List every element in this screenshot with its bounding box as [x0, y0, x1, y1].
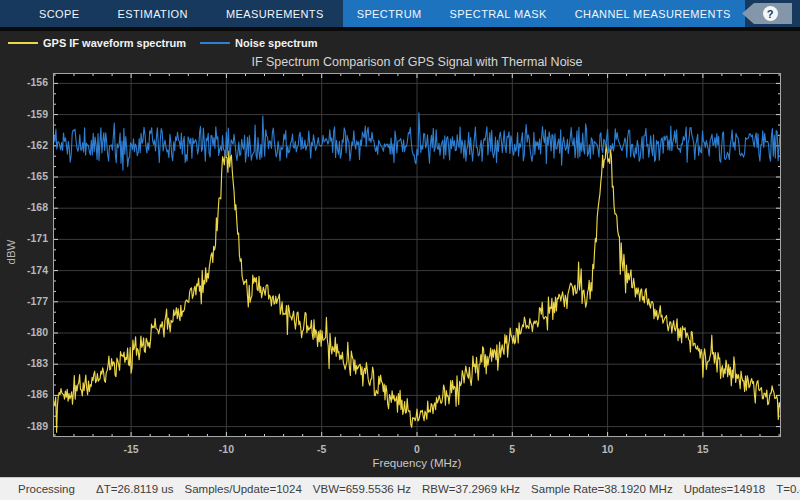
tab-estimation[interactable]: ESTIMATION	[99, 0, 207, 27]
y-tick-label: -156	[0, 76, 48, 88]
x-tick-label: 0	[414, 443, 420, 455]
plot-area[interactable]	[53, 73, 781, 437]
tab-spectrum[interactable]: SPECTRUM	[343, 0, 436, 27]
status-item: VBW=659.5536 Hz	[313, 483, 411, 495]
help-button[interactable]: ?	[742, 3, 792, 24]
x-tick-label: 10	[602, 443, 614, 455]
toolbar-contextual-tabs: SPECTRUMSPECTRAL MASKCHANNEL MEASUREMENT…	[343, 0, 745, 27]
legend-line-swatch	[200, 42, 230, 44]
x-tick-label: -10	[219, 443, 234, 455]
x-tick-label: 15	[697, 443, 709, 455]
y-tick-label: -159	[0, 108, 48, 120]
toolbar-main-tabs: SCOPEESTIMATIONMEASUREMENTS	[0, 0, 343, 27]
legend-item[interactable]: GPS IF waveform spectrum	[8, 37, 186, 49]
tab-scope[interactable]: SCOPE	[20, 0, 99, 27]
y-tick-label: -186	[0, 388, 48, 400]
x-tick-label: -5	[317, 443, 326, 455]
legend-label: GPS IF waveform spectrum	[43, 37, 186, 49]
help-icon: ?	[763, 6, 778, 21]
tab-spectral-mask[interactable]: SPECTRAL MASK	[436, 0, 561, 27]
status-items: ΔT=26.8119 usSamples/Update=1024VBW=659.…	[96, 483, 800, 495]
legend-item[interactable]: Noise spectrum	[200, 37, 318, 49]
status-state: Processing	[18, 483, 96, 495]
status-item: Samples/Update=1024	[184, 483, 301, 495]
tab-measurements[interactable]: MEASUREMENTS	[207, 0, 343, 27]
y-tick-label: -168	[0, 201, 48, 213]
legend-line-swatch	[8, 42, 38, 44]
status-bar: Processing ΔT=26.8119 usSamples/Update=1…	[0, 477, 800, 500]
toolbar: SCOPEESTIMATIONMEASUREMENTS SPECTRUMSPEC…	[0, 0, 800, 27]
chart-title: IF Spectrum Comparison of GPS Signal wit…	[53, 55, 781, 69]
x-tick-label: 5	[509, 443, 515, 455]
y-tick-label: -174	[0, 264, 48, 276]
y-tick-label: -165	[0, 170, 48, 182]
status-item: Sample Rate=38.1920 MHz	[531, 483, 673, 495]
legend: GPS IF waveform spectrumNoise spectrum	[8, 34, 318, 52]
scope-figure: GPS IF waveform spectrumNoise spectrum I…	[0, 31, 800, 477]
legend-label: Noise spectrum	[235, 37, 318, 49]
status-item: ΔT=26.8119 us	[96, 483, 173, 495]
status-item: Updates=14918	[684, 483, 766, 495]
y-tick-label: -171	[0, 232, 48, 244]
x-axis-label: Frequency (MHz)	[53, 457, 781, 469]
y-tick-label: -162	[0, 139, 48, 151]
status-item: RBW=37.2969 kHz	[422, 483, 520, 495]
y-tick-label: -183	[0, 357, 48, 369]
y-tick-label: -177	[0, 295, 48, 307]
tab-channel-measurements[interactable]: CHANNEL MEASUREMENTS	[561, 0, 745, 27]
status-item: T=0.4	[776, 483, 800, 495]
y-tick-label: -180	[0, 326, 48, 338]
x-tick-label: -15	[124, 443, 139, 455]
y-tick-label: -189	[0, 420, 48, 432]
spectrum-analyzer-window: SCOPEESTIMATIONMEASUREMENTS SPECTRUMSPEC…	[0, 0, 800, 500]
